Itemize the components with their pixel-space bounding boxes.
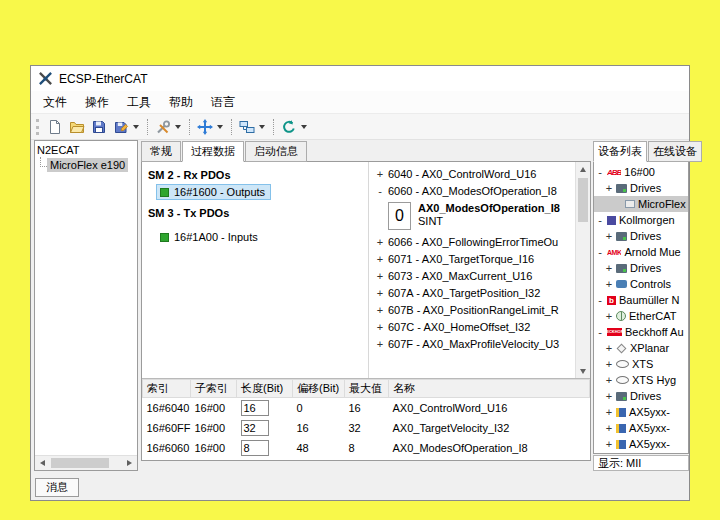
device-tree-item[interactable]: +Drives bbox=[594, 388, 688, 404]
pdo-entry[interactable]: +607B - AX0_PositionRangeLimit_R bbox=[370, 301, 575, 318]
save-button[interactable] bbox=[88, 116, 110, 138]
expand-icon[interactable]: + bbox=[376, 253, 384, 265]
device-tree-item[interactable]: -ABB16#00 bbox=[594, 164, 688, 180]
pdo-entry[interactable]: +607F - AX0_MaxProfileVelocity_U3 bbox=[370, 335, 575, 352]
network-dropdown-arrow-icon[interactable] bbox=[259, 125, 265, 129]
device-tree-item[interactable]: -Kollmorgen bbox=[594, 212, 688, 228]
table-row[interactable]: 16#604016#0016016AX0_ControlWord_U16 bbox=[143, 398, 590, 418]
pdo-entry[interactable]: +6071 - AX0_TargetTorque_I16 bbox=[370, 250, 575, 267]
expand-icon[interactable]: + bbox=[605, 358, 613, 370]
tab-startup-info[interactable]: 启动信息 bbox=[245, 141, 307, 162]
device-tree-item[interactable]: +XPlanar bbox=[594, 340, 688, 356]
expand-icon[interactable]: + bbox=[376, 321, 384, 333]
tools-dropdown-arrow-icon[interactable] bbox=[175, 125, 181, 129]
move-button[interactable] bbox=[194, 116, 216, 138]
tab-online-devices[interactable]: 在线设备 bbox=[648, 141, 702, 162]
expand-icon[interactable]: + bbox=[605, 406, 613, 418]
save-dropdown-arrow-icon[interactable] bbox=[133, 125, 139, 129]
device-tree-item[interactable]: +AX5yxx- bbox=[594, 420, 688, 436]
table-row[interactable]: 16#606016#008488AX0_ModesOfOperation_I8 bbox=[143, 438, 590, 458]
collapse-icon[interactable]: - bbox=[596, 246, 604, 258]
device-tree-item[interactable]: +EtherCAT bbox=[594, 308, 688, 324]
device-tree-item[interactable]: +Controls bbox=[594, 276, 688, 292]
collapse-icon[interactable]: - bbox=[376, 185, 384, 197]
length-input[interactable]: 8 bbox=[241, 440, 269, 456]
messages-tab[interactable]: 消息 bbox=[35, 478, 79, 497]
expand-icon[interactable]: + bbox=[605, 262, 613, 274]
expand-icon[interactable]: + bbox=[605, 230, 613, 242]
expand-icon[interactable]: + bbox=[376, 270, 384, 282]
scroll-down-button[interactable] bbox=[576, 364, 590, 378]
expand-icon[interactable]: + bbox=[605, 422, 613, 434]
table-cell: 16#60FF bbox=[143, 418, 191, 438]
scroll-left-button[interactable] bbox=[35, 456, 50, 470]
device-tree-item[interactable]: +Drives bbox=[594, 228, 688, 244]
menu-file[interactable]: 文件 bbox=[34, 91, 76, 114]
collapse-icon[interactable]: - bbox=[596, 166, 604, 178]
expand-icon[interactable]: + bbox=[376, 236, 384, 248]
column-header: 长度(Bit) bbox=[237, 380, 293, 398]
scrollbar-thumb[interactable] bbox=[578, 178, 588, 222]
device-tree-item[interactable]: +AX5yxx- bbox=[594, 404, 688, 420]
move-dropdown-arrow-icon[interactable] bbox=[217, 125, 223, 129]
expand-icon[interactable]: + bbox=[376, 168, 384, 180]
length-input[interactable]: 16 bbox=[241, 400, 269, 416]
scroll-up-button[interactable] bbox=[576, 162, 590, 176]
save-all-button[interactable] bbox=[110, 116, 132, 138]
device-tree-item[interactable]: +XTS Hyg bbox=[594, 372, 688, 388]
tab-general[interactable]: 常规 bbox=[141, 141, 181, 162]
expand-icon[interactable]: + bbox=[605, 310, 613, 322]
horizontal-scrollbar[interactable] bbox=[35, 455, 137, 470]
expand-icon[interactable]: + bbox=[605, 182, 613, 194]
project-device-node[interactable]: MicroFlex e190 bbox=[40, 157, 137, 172]
tab-process-data[interactable]: 过程数据 bbox=[182, 141, 244, 162]
pdo-entry[interactable]: +6040 - AX0_ControlWord_U16 bbox=[370, 165, 575, 182]
expand-icon[interactable]: + bbox=[605, 278, 613, 290]
pdo-item-outputs[interactable]: 16#1600 - Outputs bbox=[156, 184, 271, 200]
collapse-icon[interactable]: - bbox=[596, 294, 604, 306]
menu-language[interactable]: 语言 bbox=[202, 91, 244, 114]
pdo-entry[interactable]: +607C - AX0_HomeOffset_I32 bbox=[370, 318, 575, 335]
pdo-entry[interactable]: +607A - AX0_TargetPosition_I32 bbox=[370, 284, 575, 301]
device-tree-item[interactable]: -bBaumüller N bbox=[594, 292, 688, 308]
expand-icon[interactable]: + bbox=[376, 287, 384, 299]
refresh-button[interactable] bbox=[278, 116, 300, 138]
refresh-icon bbox=[281, 119, 297, 135]
device-tree-item[interactable]: +Drives bbox=[594, 260, 688, 276]
menu-help[interactable]: 帮助 bbox=[160, 91, 202, 114]
entry-value-box[interactable]: 0 bbox=[388, 202, 411, 230]
pdo-entry[interactable]: +6073 - AX0_MaxCurrent_U16 bbox=[370, 267, 575, 284]
pdo-entry[interactable]: +6066 - AX0_FollowingErrorTimeOu bbox=[370, 233, 575, 250]
expand-icon[interactable]: + bbox=[376, 304, 384, 316]
project-root-node[interactable]: N2ECAT bbox=[35, 141, 137, 156]
app-window: ECSP-EtherCAT 文件 操作 工具 帮助 语言 bbox=[30, 65, 690, 501]
device-tree-item[interactable]: -AMKArnold Mue bbox=[594, 244, 688, 260]
refresh-dropdown-arrow-icon[interactable] bbox=[301, 125, 307, 129]
device-tree-item[interactable]: +AX5yxx- bbox=[594, 436, 688, 452]
length-input[interactable]: 32 bbox=[241, 420, 269, 436]
open-folder-button[interactable] bbox=[66, 116, 88, 138]
menu-operation[interactable]: 操作 bbox=[76, 91, 118, 114]
device-tree-item[interactable]: +XTS bbox=[594, 356, 688, 372]
tab-device-list[interactable]: 设备列表 bbox=[593, 141, 647, 162]
expand-icon[interactable]: + bbox=[605, 374, 613, 386]
scroll-right-button[interactable] bbox=[122, 456, 137, 470]
tools-button[interactable] bbox=[152, 116, 174, 138]
collapse-icon[interactable]: - bbox=[596, 214, 604, 226]
table-row[interactable]: 16#60FF16#00321632AX0_TargetVelocity_I32 bbox=[143, 418, 590, 438]
device-tree-item[interactable]: MicroFlex e19 bbox=[594, 196, 688, 212]
expand-icon[interactable]: + bbox=[605, 438, 613, 450]
new-file-button[interactable] bbox=[44, 116, 66, 138]
expand-icon[interactable]: + bbox=[605, 342, 613, 354]
pdo-item-inputs[interactable]: 16#1A00 - Inputs bbox=[156, 229, 264, 245]
menu-tools[interactable]: 工具 bbox=[118, 91, 160, 114]
network-config-button[interactable] bbox=[236, 116, 258, 138]
scrollbar-thumb[interactable] bbox=[51, 458, 109, 468]
device-tree-item[interactable]: -BECKHOFFBeckhoff Au bbox=[594, 324, 688, 340]
expand-icon[interactable]: + bbox=[376, 338, 384, 350]
device-tree-item[interactable]: +Drives bbox=[594, 180, 688, 196]
pdo-entry[interactable]: -6060 - AX0_ModesOfOperation_I8 bbox=[370, 182, 575, 199]
expand-icon[interactable]: + bbox=[605, 390, 613, 402]
collapse-icon[interactable]: - bbox=[596, 326, 604, 338]
vertical-scrollbar[interactable] bbox=[575, 162, 590, 378]
